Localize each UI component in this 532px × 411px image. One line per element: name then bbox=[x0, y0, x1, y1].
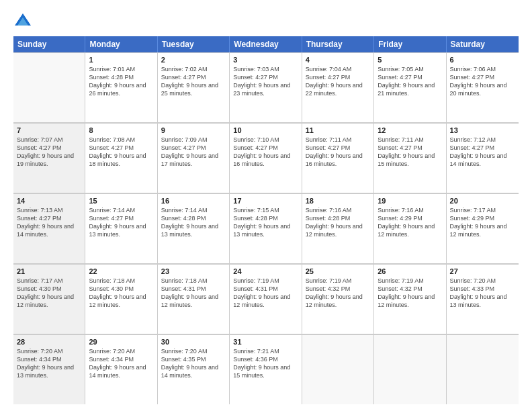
sunrise-text: Sunrise: 7:11 AM bbox=[306, 136, 370, 144]
daylight-text: Daylight: 9 hours and 15 minutes. bbox=[233, 363, 298, 379]
day-number: 6 bbox=[450, 56, 515, 64]
sunrise-text: Sunrise: 7:19 AM bbox=[306, 277, 370, 285]
daylight-text: Daylight: 9 hours and 12 minutes. bbox=[378, 293, 442, 309]
sunset-text: Sunset: 4:28 PM bbox=[233, 214, 298, 222]
day-number: 30 bbox=[161, 338, 226, 346]
sunrise-text: Sunrise: 7:17 AM bbox=[17, 277, 81, 285]
calendar-cell: 20Sunrise: 7:17 AMSunset: 4:29 PMDayligh… bbox=[447, 193, 519, 263]
calendar-cell: 21Sunrise: 7:17 AMSunset: 4:30 PMDayligh… bbox=[13, 264, 85, 334]
daylight-text: Daylight: 9 hours and 18 minutes. bbox=[89, 152, 153, 168]
sunset-text: Sunset: 4:27 PM bbox=[378, 73, 442, 81]
calendar-cell: 8Sunrise: 7:08 AMSunset: 4:27 PMDaylight… bbox=[85, 123, 157, 193]
sunrise-text: Sunrise: 7:15 AM bbox=[233, 206, 298, 214]
sunset-text: Sunset: 4:29 PM bbox=[378, 214, 442, 222]
logo-icon bbox=[13, 11, 32, 30]
day-number: 3 bbox=[233, 56, 298, 64]
calendar-cell: 27Sunrise: 7:20 AMSunset: 4:33 PMDayligh… bbox=[447, 264, 519, 334]
calendar-cell: 15Sunrise: 7:14 AMSunset: 4:27 PMDayligh… bbox=[85, 193, 157, 263]
sunrise-text: Sunrise: 7:03 AM bbox=[233, 65, 298, 73]
page: SundayMondayTuesdayWednesdayThursdayFrid… bbox=[0, 0, 532, 411]
daylight-text: Daylight: 9 hours and 12 minutes. bbox=[450, 222, 515, 238]
sunset-text: Sunset: 4:28 PM bbox=[306, 214, 370, 222]
daylight-text: Daylight: 9 hours and 14 minutes. bbox=[161, 363, 226, 379]
calendar-cell: 9Sunrise: 7:09 AMSunset: 4:27 PMDaylight… bbox=[158, 123, 230, 193]
calendar-cell: 1Sunrise: 7:01 AMSunset: 4:28 PMDaylight… bbox=[85, 52, 157, 122]
sunset-text: Sunset: 4:27 PM bbox=[306, 73, 370, 81]
sunset-text: Sunset: 4:30 PM bbox=[89, 285, 153, 293]
calendar-day-header: Friday bbox=[374, 36, 446, 52]
calendar-cell: 23Sunrise: 7:18 AMSunset: 4:31 PMDayligh… bbox=[158, 264, 230, 334]
daylight-text: Daylight: 9 hours and 13 minutes. bbox=[17, 363, 81, 379]
sunset-text: Sunset: 4:28 PM bbox=[161, 214, 226, 222]
calendar-row: 7Sunrise: 7:07 AMSunset: 4:27 PMDaylight… bbox=[13, 123, 519, 193]
sunset-text: Sunset: 4:27 PM bbox=[17, 214, 81, 222]
daylight-text: Daylight: 9 hours and 14 minutes. bbox=[89, 363, 153, 379]
sunrise-text: Sunrise: 7:20 AM bbox=[450, 277, 515, 285]
daylight-text: Daylight: 9 hours and 17 minutes. bbox=[161, 152, 226, 168]
sunset-text: Sunset: 4:27 PM bbox=[17, 144, 81, 152]
day-number: 31 bbox=[233, 338, 298, 346]
calendar-cell: 10Sunrise: 7:10 AMSunset: 4:27 PMDayligh… bbox=[230, 123, 302, 193]
day-number: 11 bbox=[306, 126, 370, 134]
calendar-row: 28Sunrise: 7:20 AMSunset: 4:34 PMDayligh… bbox=[13, 334, 519, 404]
daylight-text: Daylight: 9 hours and 13 minutes. bbox=[161, 222, 226, 238]
calendar-day-header: Saturday bbox=[447, 36, 519, 52]
day-number: 19 bbox=[378, 197, 442, 205]
sunset-text: Sunset: 4:29 PM bbox=[450, 214, 515, 222]
daylight-text: Daylight: 9 hours and 25 minutes. bbox=[161, 81, 226, 97]
calendar-cell: 17Sunrise: 7:15 AMSunset: 4:28 PMDayligh… bbox=[230, 193, 302, 263]
calendar-body: 1Sunrise: 7:01 AMSunset: 4:28 PMDaylight… bbox=[13, 52, 519, 404]
day-number: 14 bbox=[17, 197, 81, 205]
sunrise-text: Sunrise: 7:16 AM bbox=[306, 206, 370, 214]
calendar-cell bbox=[447, 334, 519, 404]
daylight-text: Daylight: 9 hours and 23 minutes. bbox=[233, 81, 298, 97]
calendar-day-header: Thursday bbox=[302, 36, 374, 52]
daylight-text: Daylight: 9 hours and 15 minutes. bbox=[378, 152, 442, 168]
day-number: 12 bbox=[378, 126, 442, 134]
calendar-cell bbox=[302, 334, 374, 404]
sunset-text: Sunset: 4:27 PM bbox=[378, 144, 442, 152]
calendar-cell bbox=[13, 52, 85, 122]
sunrise-text: Sunrise: 7:19 AM bbox=[233, 277, 298, 285]
sunset-text: Sunset: 4:30 PM bbox=[17, 285, 81, 293]
daylight-text: Daylight: 9 hours and 16 minutes. bbox=[233, 152, 298, 168]
sunset-text: Sunset: 4:34 PM bbox=[17, 355, 81, 363]
calendar-cell: 22Sunrise: 7:18 AMSunset: 4:30 PMDayligh… bbox=[85, 264, 157, 334]
sunset-text: Sunset: 4:32 PM bbox=[378, 285, 442, 293]
day-number: 29 bbox=[89, 338, 153, 346]
sunrise-text: Sunrise: 7:08 AM bbox=[89, 136, 153, 144]
daylight-text: Daylight: 9 hours and 12 minutes. bbox=[233, 293, 298, 309]
calendar-day-header: Sunday bbox=[13, 36, 85, 52]
calendar-day-header: Tuesday bbox=[158, 36, 230, 52]
calendar-cell bbox=[374, 334, 446, 404]
header bbox=[13, 12, 519, 31]
day-number: 26 bbox=[378, 267, 442, 275]
calendar-cell: 16Sunrise: 7:14 AMSunset: 4:28 PMDayligh… bbox=[158, 193, 230, 263]
calendar-row: 14Sunrise: 7:13 AMSunset: 4:27 PMDayligh… bbox=[13, 193, 519, 264]
sunrise-text: Sunrise: 7:01 AM bbox=[89, 65, 153, 73]
sunrise-text: Sunrise: 7:18 AM bbox=[89, 277, 153, 285]
day-number: 28 bbox=[17, 338, 81, 346]
calendar-cell: 31Sunrise: 7:21 AMSunset: 4:36 PMDayligh… bbox=[230, 334, 302, 404]
sunrise-text: Sunrise: 7:20 AM bbox=[161, 347, 226, 355]
sunrise-text: Sunrise: 7:12 AM bbox=[450, 136, 515, 144]
calendar-cell: 5Sunrise: 7:05 AMSunset: 4:27 PMDaylight… bbox=[374, 52, 446, 122]
sunset-text: Sunset: 4:31 PM bbox=[233, 285, 298, 293]
sunrise-text: Sunrise: 7:14 AM bbox=[161, 206, 226, 214]
daylight-text: Daylight: 9 hours and 13 minutes. bbox=[450, 293, 515, 309]
day-number: 2 bbox=[161, 56, 226, 64]
day-number: 16 bbox=[161, 197, 226, 205]
sunrise-text: Sunrise: 7:13 AM bbox=[17, 206, 81, 214]
sunrise-text: Sunrise: 7:09 AM bbox=[161, 136, 226, 144]
daylight-text: Daylight: 9 hours and 13 minutes. bbox=[89, 222, 153, 238]
sunset-text: Sunset: 4:35 PM bbox=[161, 355, 226, 363]
calendar-cell: 13Sunrise: 7:12 AMSunset: 4:27 PMDayligh… bbox=[447, 123, 519, 193]
sunset-text: Sunset: 4:27 PM bbox=[233, 144, 298, 152]
calendar-cell: 11Sunrise: 7:11 AMSunset: 4:27 PMDayligh… bbox=[302, 123, 374, 193]
calendar-row: 1Sunrise: 7:01 AMSunset: 4:28 PMDaylight… bbox=[13, 52, 519, 123]
sunrise-text: Sunrise: 7:04 AM bbox=[306, 65, 370, 73]
sunrise-text: Sunrise: 7:16 AM bbox=[378, 206, 442, 214]
sunrise-text: Sunrise: 7:10 AM bbox=[233, 136, 298, 144]
daylight-text: Daylight: 9 hours and 20 minutes. bbox=[450, 81, 515, 97]
day-number: 18 bbox=[306, 197, 370, 205]
